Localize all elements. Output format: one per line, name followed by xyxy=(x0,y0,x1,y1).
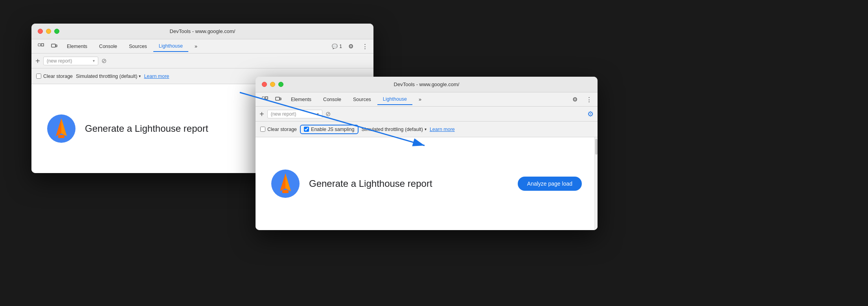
svg-rect-10 xyxy=(276,97,280,100)
throttle-text-front: Simulated throttling (default) xyxy=(362,127,423,132)
more-options-icon-front[interactable]: ⋮ xyxy=(583,94,594,105)
tab-bar-front: Elements Console Sources Lighthouse » ⚙ … xyxy=(256,92,598,107)
inspect-icon[interactable] xyxy=(35,41,47,52)
tab-more-back[interactable]: » xyxy=(189,41,203,52)
maximize-button[interactable] xyxy=(54,29,59,34)
clear-storage-input-back[interactable] xyxy=(36,74,41,79)
clear-storage-checkbox-front[interactable]: Clear storage xyxy=(260,127,297,132)
clear-storage-label-back: Clear storage xyxy=(43,74,73,79)
tab-lighthouse-back[interactable]: Lighthouse xyxy=(153,41,188,52)
tab-lighthouse-front[interactable]: Lighthouse xyxy=(377,94,412,105)
tab-console-back[interactable]: Console xyxy=(94,41,123,52)
clear-storage-checkbox-back[interactable]: Clear storage xyxy=(36,74,73,79)
options-bar-front: Clear storage Enable JS sampling Simulat… xyxy=(256,122,598,137)
svg-rect-15 xyxy=(282,190,289,193)
report-placeholder-back: (new report) xyxy=(47,58,72,64)
comment-icon: 💬 xyxy=(332,44,338,49)
report-dropdown-front[interactable]: (new report) ▾ xyxy=(267,110,322,118)
generate-text-front: Generate a Lighthouse report xyxy=(309,178,432,189)
traffic-lights-front xyxy=(262,82,283,87)
inspect-icon-front[interactable] xyxy=(259,94,271,105)
throttle-dropdown-front[interactable]: Simulated throttling (default) ▾ xyxy=(362,127,427,132)
tab-bar-right-front: ⚙ ⋮ xyxy=(569,94,594,105)
comment-badge[interactable]: 💬 1 xyxy=(332,44,342,49)
svg-rect-7 xyxy=(58,135,64,138)
enable-js-sampling-label: Enable JS sampling xyxy=(311,127,354,132)
svg-rect-9 xyxy=(265,97,268,99)
title-bar-back: DevTools - www.google.com/ xyxy=(31,24,373,39)
throttle-dropdown-back[interactable]: Simulated throttling (default) ▾ xyxy=(76,74,141,79)
chevron-down-icon-back: ▾ xyxy=(93,59,95,63)
device-icon-front[interactable] xyxy=(272,94,285,105)
clear-storage-input-front[interactable] xyxy=(260,127,265,132)
add-report-back[interactable]: + xyxy=(35,57,40,65)
svg-rect-3 xyxy=(56,45,57,47)
tab-sources-front[interactable]: Sources xyxy=(348,94,377,105)
add-report-front[interactable]: + xyxy=(259,110,264,118)
cancel-icon-front[interactable]: ⊘ xyxy=(326,110,331,118)
settings-gear-blue-icon[interactable]: ⚙ xyxy=(587,110,594,118)
title-bar-front: DevTools - www.google.com/ xyxy=(256,77,598,92)
report-bar-front: + (new report) ▾ ⊘ ⚙ xyxy=(256,107,598,122)
enable-js-sampling-checkbox[interactable] xyxy=(304,127,309,132)
lighthouse-logo-back xyxy=(47,114,75,143)
maximize-button-front[interactable] xyxy=(278,82,283,87)
tab-bar-right-back: 💬 1 ⚙ ⋮ xyxy=(332,41,370,52)
svg-rect-1 xyxy=(41,44,44,46)
device-icon[interactable] xyxy=(48,41,61,52)
learn-more-link-back[interactable]: Learn more xyxy=(144,74,169,79)
window-title-back: DevTools - www.google.com/ xyxy=(170,28,235,34)
enable-js-sampling-container[interactable]: Enable JS sampling xyxy=(300,125,358,134)
close-button[interactable] xyxy=(38,29,43,34)
report-dropdown-back[interactable]: (new report) ▾ xyxy=(43,57,98,65)
settings-icon-front[interactable]: ⚙ xyxy=(569,94,580,105)
window-title-front: DevTools - www.google.com/ xyxy=(394,81,460,87)
clear-storage-label-front: Clear storage xyxy=(267,127,297,132)
svg-rect-8 xyxy=(262,97,265,99)
tab-elements-front[interactable]: Elements xyxy=(285,94,317,105)
tab-more-front[interactable]: » xyxy=(413,94,427,105)
minimize-button[interactable] xyxy=(46,29,51,34)
learn-more-link-front[interactable]: Learn more xyxy=(430,127,455,132)
report-bar-back: + (new report) ▾ ⊘ xyxy=(31,53,373,68)
throttle-arrow-back: ▾ xyxy=(139,74,141,78)
chevron-down-icon-front: ▾ xyxy=(317,112,319,116)
analyze-page-load-button[interactable]: Analyze page load xyxy=(518,177,582,191)
tab-bar-back: Elements Console Sources Lighthouse » 💬 … xyxy=(31,39,373,53)
minimize-button-front[interactable] xyxy=(270,82,275,87)
devtools-window-front: DevTools - www.google.com/ Elements Cons… xyxy=(256,77,598,230)
main-content-front: Generate a Lighthouse report Analyze pag… xyxy=(256,137,598,230)
svg-rect-0 xyxy=(38,44,40,46)
traffic-lights-back xyxy=(38,29,59,34)
svg-rect-2 xyxy=(51,44,55,47)
close-button-front[interactable] xyxy=(262,82,267,87)
scrollbar-front[interactable] xyxy=(594,137,598,230)
throttle-text-back: Simulated throttling (default) xyxy=(76,74,137,79)
report-placeholder-front: (new report) xyxy=(271,111,296,117)
generate-text-back: Generate a Lighthouse report xyxy=(85,123,208,134)
scrollbar-thumb xyxy=(595,139,598,155)
settings-icon-back[interactable]: ⚙ xyxy=(345,41,356,52)
lighthouse-logo-front xyxy=(271,170,300,198)
comment-count: 1 xyxy=(339,44,342,49)
tab-console-front[interactable]: Console xyxy=(318,94,347,105)
svg-rect-11 xyxy=(280,98,281,100)
tab-sources-back[interactable]: Sources xyxy=(123,41,153,52)
more-options-icon-back[interactable]: ⋮ xyxy=(359,41,370,52)
throttle-arrow-front: ▾ xyxy=(425,127,427,131)
cancel-icon-back[interactable]: ⊘ xyxy=(101,57,107,65)
tab-elements-back[interactable]: Elements xyxy=(61,41,93,52)
